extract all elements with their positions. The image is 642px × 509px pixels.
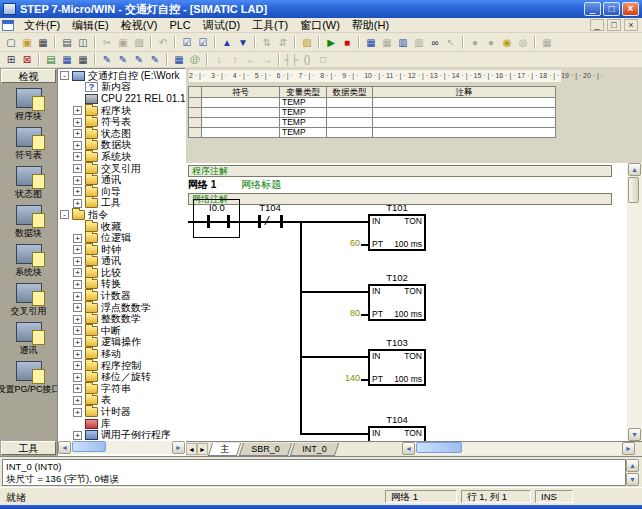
run-button[interactable]: ▶ xyxy=(323,35,339,50)
output-scrollbar[interactable]: ▲ ▼ xyxy=(626,459,640,486)
insert-network-button[interactable]: ⊞ xyxy=(3,52,19,67)
menu-PLC[interactable]: PLC xyxy=(163,18,196,32)
table-cell[interactable] xyxy=(373,108,556,118)
nav-item-status-chart[interactable]: 状态图 xyxy=(0,166,57,205)
tree-expander[interactable]: + xyxy=(73,234,82,243)
constant-symbols-tool[interactable]: ✎ xyxy=(147,52,163,67)
tree-expander[interactable]: + xyxy=(73,118,82,127)
mdi-minimize-button[interactable]: _ xyxy=(590,19,604,31)
view-pou-comments-toggle[interactable]: ▤ xyxy=(43,52,59,67)
save-button[interactable]: ▦ xyxy=(35,35,51,50)
timer-box-t101[interactable]: INTONPT100 ms xyxy=(368,214,426,251)
scrollbar-thumb[interactable] xyxy=(72,441,106,452)
nav-footer-tools[interactable]: 工具 xyxy=(1,441,56,455)
table-cell[interactable] xyxy=(202,118,280,128)
scrollbar-thumb[interactable] xyxy=(628,177,639,203)
symbol-info-tool[interactable]: ✎ xyxy=(131,52,147,67)
symbolic-view-button[interactable]: ㊐ xyxy=(187,52,203,67)
delete-network-button[interactable]: ⊠ xyxy=(19,52,35,67)
tree-expander[interactable]: + xyxy=(73,176,82,185)
scroll-up-button[interactable]: ▲ xyxy=(626,459,639,472)
tree-item[interactable]: +向导 xyxy=(58,186,185,198)
scroll-right-button[interactable]: ► xyxy=(622,442,635,455)
mdi-close-button[interactable]: × xyxy=(624,19,638,31)
table-cell[interactable] xyxy=(327,108,373,118)
scrollbar-thumb[interactable] xyxy=(416,442,462,453)
scroll-down-button[interactable]: ▼ xyxy=(628,428,641,441)
table-cell[interactable]: TEMP xyxy=(280,98,327,108)
table-cell[interactable] xyxy=(373,98,556,108)
nav-item-communications[interactable]: 通讯 xyxy=(0,322,57,361)
tree-expander[interactable]: + xyxy=(73,350,82,359)
table-cell[interactable]: TEMP xyxy=(280,118,327,128)
ladder-canvas[interactable]: 程序注解 网络 1 网络标题 网络注解 I0.0 T104 / T101INTO… xyxy=(186,163,627,441)
menu-帮助H[interactable]: 帮助(H) xyxy=(346,18,395,32)
tree-item[interactable]: +计时器 xyxy=(58,406,185,418)
force-all-button[interactable]: ◉ xyxy=(499,35,515,50)
tree-item[interactable]: +整数数学 xyxy=(58,313,185,325)
compile-button[interactable]: ☑ xyxy=(179,35,195,50)
tree-expander[interactable]: + xyxy=(73,431,82,440)
tree-item[interactable]: +通讯 xyxy=(58,174,185,186)
mdi-restore-button[interactable]: □ xyxy=(607,19,621,31)
table-cell[interactable] xyxy=(202,108,280,118)
tree-expander[interactable]: + xyxy=(73,268,82,277)
new-file-button[interactable]: ▢ xyxy=(3,35,19,50)
tree-expander[interactable]: + xyxy=(73,373,82,382)
scroll-right-button[interactable]: ► xyxy=(172,441,185,454)
program-comment-bar[interactable]: 程序注解 xyxy=(188,165,612,177)
status-glasses-button[interactable]: ∞ xyxy=(427,35,443,50)
tree-expander[interactable]: + xyxy=(73,303,82,312)
scroll-left-button[interactable]: ◄ xyxy=(58,441,71,454)
nav-item-pg-pc-interface[interactable]: 设置PG/PC接口 xyxy=(0,361,57,400)
tree-expander[interactable]: + xyxy=(73,106,82,115)
tab-scroll-left-button[interactable]: ◄ xyxy=(186,443,197,455)
tree-expander[interactable]: + xyxy=(73,315,82,324)
scrollbar-track[interactable] xyxy=(627,176,642,428)
table-cell[interactable] xyxy=(373,128,556,138)
stop-button[interactable]: ■ xyxy=(339,35,355,50)
tree-item[interactable]: -指令 xyxy=(58,209,185,221)
pt-value[interactable]: 80 xyxy=(332,308,360,318)
symbolic-addressing-tool[interactable]: ✎ xyxy=(99,52,115,67)
view-symbol-info-toggle[interactable]: ▦ xyxy=(59,52,75,67)
tree-expander[interactable]: + xyxy=(73,326,82,335)
print-button[interactable]: ▤ xyxy=(59,35,75,50)
restore-button[interactable]: □ xyxy=(603,2,620,16)
tree-expander[interactable]: + xyxy=(73,164,82,173)
table-cell[interactable] xyxy=(327,98,373,108)
upload-button[interactable]: ▲ xyxy=(219,35,235,50)
timer-box-t102[interactable]: INTONPT100 ms xyxy=(368,284,426,321)
table-cell[interactable] xyxy=(327,128,373,138)
scrollbar-track[interactable] xyxy=(71,441,172,454)
nav-item-cross-reference[interactable]: 交叉引用 xyxy=(0,283,57,322)
tree-item[interactable]: ?新内容 xyxy=(58,82,185,94)
menu-调试D[interactable]: 调试(D) xyxy=(197,18,246,32)
tree-expander[interactable]: + xyxy=(73,199,82,208)
tree-expander[interactable]: + xyxy=(73,187,82,196)
print-preview-button[interactable]: ◫ xyxy=(75,35,91,50)
table-cell[interactable] xyxy=(373,118,556,128)
tree-expander[interactable]: + xyxy=(73,141,82,150)
nav-header-view[interactable]: 检视 xyxy=(1,69,56,83)
download-button[interactable]: ▼ xyxy=(235,35,251,50)
nav-item-system-block[interactable]: 系统块 xyxy=(0,244,57,283)
tree-expander[interactable]: + xyxy=(73,245,82,254)
mdi-child-icon[interactable] xyxy=(2,20,14,31)
tree-item[interactable]: +交叉引用 xyxy=(58,163,185,175)
pt-value[interactable]: 140 xyxy=(332,373,360,383)
scroll-up-button[interactable]: ▲ xyxy=(628,163,641,176)
nav-item-symbol-table[interactable]: 符号表 xyxy=(0,127,57,166)
nav-item-data-block[interactable]: 数据块 xyxy=(0,205,57,244)
table-cell[interactable]: TEMP xyxy=(280,108,327,118)
tree-expander[interactable]: + xyxy=(73,257,82,266)
scrollbar-track[interactable] xyxy=(415,442,622,455)
ladder-vertical-scrollbar[interactable]: ▲ ▼ xyxy=(627,163,642,441)
pt-value[interactable]: 60 xyxy=(332,238,360,248)
tree-item[interactable]: +通讯 xyxy=(58,256,185,268)
ladder-horizontal-scrollbar[interactable]: ◄ ► xyxy=(402,442,635,455)
tree-item[interactable]: +位逻辑 xyxy=(58,232,185,244)
row-header-cell[interactable] xyxy=(189,98,202,108)
options-button[interactable]: ▧ xyxy=(299,35,315,50)
tree-item[interactable]: +字符串 xyxy=(58,383,185,395)
